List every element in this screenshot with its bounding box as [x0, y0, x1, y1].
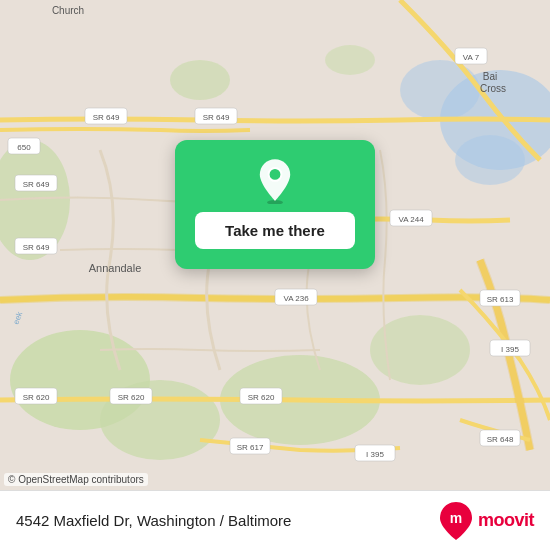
svg-text:m: m [450, 510, 462, 526]
svg-text:VA 236: VA 236 [283, 294, 309, 303]
take-me-there-button[interactable]: Take me there [195, 212, 355, 249]
svg-text:SR 620: SR 620 [248, 393, 275, 402]
svg-text:VA 244: VA 244 [398, 215, 424, 224]
svg-text:Bai: Bai [483, 71, 497, 82]
svg-text:Cross: Cross [480, 83, 506, 94]
location-pin-icon [251, 156, 299, 204]
svg-text:Annandale: Annandale [89, 262, 142, 274]
svg-text:SR 649: SR 649 [23, 180, 50, 189]
svg-point-9 [170, 60, 230, 100]
moovit-logo: m moovit [438, 500, 534, 542]
address-container: 4542 Maxfield Dr, Washington / Baltimore [16, 512, 438, 530]
moovit-text: moovit [478, 510, 534, 531]
svg-text:650: 650 [17, 143, 31, 152]
svg-text:SR 649: SR 649 [203, 113, 230, 122]
svg-text:Church: Church [52, 5, 84, 16]
svg-text:SR 617: SR 617 [237, 443, 264, 452]
svg-text:SR 649: SR 649 [93, 113, 120, 122]
svg-point-7 [400, 60, 480, 120]
svg-text:I 395: I 395 [501, 345, 519, 354]
action-card: Take me there [175, 140, 375, 269]
osm-attribution: © OpenStreetMap contributors [4, 473, 148, 486]
address-text: 4542 Maxfield Dr, Washington / Baltimore [16, 512, 291, 529]
svg-point-8 [455, 135, 525, 185]
svg-point-10 [325, 45, 375, 75]
svg-text:SR 620: SR 620 [23, 393, 50, 402]
map-container: SR 649 SR 649 SR 649 SR 649 650 VA 244 V… [0, 0, 550, 490]
bottom-bar: 4542 Maxfield Dr, Washington / Baltimore… [0, 490, 550, 550]
moovit-pin-icon: m [438, 500, 474, 542]
svg-text:I 395: I 395 [366, 450, 384, 459]
svg-text:SR 613: SR 613 [487, 295, 514, 304]
svg-text:SR 620: SR 620 [118, 393, 145, 402]
svg-text:VA 7: VA 7 [463, 53, 480, 62]
svg-text:SR 649: SR 649 [23, 243, 50, 252]
svg-text:SR 648: SR 648 [487, 435, 514, 444]
svg-point-49 [269, 168, 282, 181]
